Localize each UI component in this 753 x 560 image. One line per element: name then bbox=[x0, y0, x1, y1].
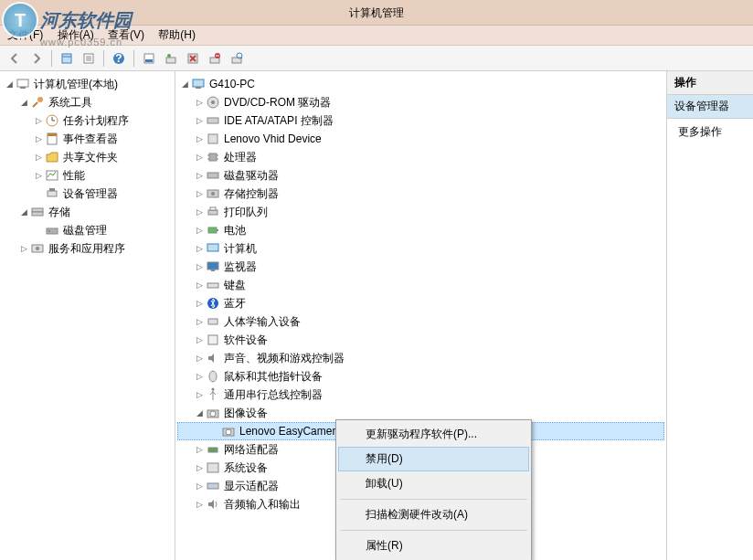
expand-icon[interactable]: ▷ bbox=[33, 133, 44, 144]
properties-button[interactable] bbox=[80, 49, 98, 68]
back-button[interactable] bbox=[5, 49, 24, 68]
menu-disable[interactable]: 禁用(D) bbox=[338, 447, 529, 471]
tree-storage[interactable]: ◢ 存储 bbox=[2, 203, 173, 221]
menu-action[interactable]: 操作(A) bbox=[58, 28, 94, 41]
menu-file[interactable]: 文件(F) bbox=[7, 28, 43, 41]
svg-rect-49 bbox=[207, 173, 218, 178]
help-button[interactable]: ? bbox=[110, 49, 128, 68]
expand-icon[interactable]: ▷ bbox=[194, 261, 205, 272]
expand-icon[interactable]: ▷ bbox=[194, 371, 205, 382]
device-lenovo-vhid[interactable]: ▷Lenovo Vhid Device bbox=[177, 130, 664, 148]
show-hide-tree-button[interactable] bbox=[58, 49, 76, 68]
expand-icon[interactable]: ▷ bbox=[194, 499, 205, 510]
device-monitors[interactable]: ▷监视器 bbox=[177, 258, 664, 276]
device-keyboard[interactable]: ▷键盘 bbox=[177, 276, 664, 294]
expand-icon[interactable]: ▷ bbox=[194, 481, 205, 491]
expand-icon[interactable]: ▷ bbox=[194, 243, 205, 254]
expand-icon[interactable]: ▷ bbox=[194, 188, 205, 199]
menu-uninstall[interactable]: 卸载(U) bbox=[338, 471, 529, 496]
scan-hardware-button[interactable] bbox=[228, 49, 246, 68]
expand-icon[interactable]: ◢ bbox=[4, 79, 15, 90]
device-bluetooth[interactable]: ▷蓝牙 bbox=[177, 294, 664, 312]
tree-event-viewer[interactable]: ▷ 事件查看器 bbox=[2, 130, 173, 148]
svg-text:?: ? bbox=[115, 52, 122, 65]
expand-icon[interactable]: ▷ bbox=[194, 225, 205, 236]
expand-icon[interactable]: ◢ bbox=[18, 97, 29, 108]
device-usb[interactable]: ▷通用串行总线控制器 bbox=[177, 386, 664, 404]
expand-icon[interactable]: ◢ bbox=[18, 206, 29, 217]
device-dvdrom[interactable]: ▷DVD/CD-ROM 驱动器 bbox=[177, 93, 664, 111]
svg-rect-54 bbox=[208, 227, 217, 233]
device-mouse[interactable]: ▷鼠标和其他指针设备 bbox=[177, 367, 664, 386]
tree-performance[interactable]: ▷ 性能 bbox=[2, 166, 173, 185]
svg-point-51 bbox=[211, 192, 215, 195]
expand-icon[interactable]: ▷ bbox=[194, 133, 205, 144]
tree-task-scheduler[interactable]: ▷ 任务计划程序 bbox=[2, 111, 173, 130]
expand-icon[interactable]: ▷ bbox=[18, 243, 29, 254]
device-battery[interactable]: ▷电池 bbox=[177, 221, 664, 239]
svg-rect-59 bbox=[207, 283, 218, 288]
svg-point-35 bbox=[48, 230, 50, 232]
svg-rect-69 bbox=[208, 448, 217, 452]
audio-icon bbox=[206, 351, 220, 365]
tree-shared-folders[interactable]: ▷ 共享文件夹 bbox=[2, 148, 173, 166]
tree-root-computer-mgmt[interactable]: ◢ 计算机管理(本地) bbox=[2, 75, 173, 93]
toolbar: ? bbox=[0, 46, 753, 71]
system-icon bbox=[206, 460, 220, 475]
device-cpu[interactable]: ▷处理器 bbox=[177, 148, 664, 166]
computer-icon bbox=[206, 241, 220, 256]
device-root[interactable]: ◢ G410-PC bbox=[177, 75, 664, 93]
usb-icon bbox=[206, 387, 220, 402]
expand-icon[interactable]: ▷ bbox=[33, 115, 44, 126]
disable-button[interactable] bbox=[206, 49, 224, 68]
hid-icon bbox=[206, 132, 220, 146]
expand-icon[interactable]: ▷ bbox=[194, 316, 205, 327]
menu-update-driver[interactable]: 更新驱动程序软件(P)... bbox=[338, 422, 529, 447]
uninstall-button[interactable] bbox=[184, 49, 202, 68]
expand-icon[interactable]: ▷ bbox=[194, 353, 205, 364]
toolbar-separator bbox=[103, 50, 104, 67]
device-disk-drives[interactable]: ▷磁盘驱动器 bbox=[177, 166, 664, 185]
window-titlebar: 计算机管理 bbox=[0, 0, 753, 26]
device-audio[interactable]: ▷声音、视频和游戏控制器 bbox=[177, 349, 664, 367]
device-print-queues[interactable]: ▷打印队列 bbox=[177, 203, 664, 221]
expand-icon[interactable]: ▷ bbox=[33, 170, 44, 181]
expand-icon[interactable]: ◢ bbox=[179, 79, 190, 90]
device-storage-controllers[interactable]: ▷存储控制器 bbox=[177, 185, 664, 203]
menu-view[interactable]: 查看(V) bbox=[108, 28, 144, 41]
expand-icon[interactable]: ▷ bbox=[194, 334, 205, 345]
expand-icon[interactable]: ▷ bbox=[194, 444, 205, 455]
svg-line-20 bbox=[241, 58, 242, 58]
expand-icon[interactable]: ▷ bbox=[33, 152, 44, 163]
menu-properties[interactable]: 属性(R) bbox=[338, 534, 529, 558]
bluetooth-icon bbox=[206, 296, 220, 311]
device-computer[interactable]: ▷计算机 bbox=[177, 239, 664, 258]
tree-system-tools[interactable]: ◢ 系统工具 bbox=[2, 93, 173, 111]
tree-device-manager[interactable]: ▷ 设备管理器 bbox=[2, 185, 173, 203]
device-ide[interactable]: ▷IDE ATA/ATAPI 控制器 bbox=[177, 111, 664, 130]
tree-services-apps[interactable]: ▷ 服务和应用程序 bbox=[2, 239, 173, 258]
expand-icon[interactable]: ▷ bbox=[194, 152, 205, 163]
more-actions-link[interactable]: 更多操作 bbox=[667, 119, 753, 145]
expand-icon[interactable]: ◢ bbox=[194, 407, 205, 418]
menu-scan-hardware[interactable]: 扫描检测硬件改动(A) bbox=[338, 502, 529, 527]
forward-button[interactable] bbox=[27, 49, 46, 68]
refresh-button[interactable] bbox=[140, 49, 158, 68]
expand-icon[interactable]: ▷ bbox=[194, 115, 205, 126]
camera-icon bbox=[221, 424, 236, 438]
device-software[interactable]: ▷软件设备 bbox=[177, 331, 664, 349]
toolbar-separator bbox=[133, 50, 134, 67]
expand-icon[interactable]: ▷ bbox=[194, 170, 205, 181]
expand-icon[interactable]: ▷ bbox=[194, 206, 205, 217]
svg-rect-71 bbox=[207, 483, 218, 489]
expand-icon[interactable]: ▷ bbox=[194, 462, 205, 473]
expand-icon[interactable]: ▷ bbox=[194, 280, 205, 291]
expand-icon[interactable]: ▷ bbox=[194, 389, 205, 400]
expand-icon[interactable]: ▷ bbox=[194, 298, 205, 309]
services-icon bbox=[30, 241, 45, 256]
tree-disk-management[interactable]: ▷ 磁盘管理 bbox=[2, 221, 173, 239]
expand-icon[interactable]: ▷ bbox=[194, 97, 205, 108]
update-driver-button[interactable] bbox=[162, 49, 180, 68]
menu-help[interactable]: 帮助(H) bbox=[158, 28, 196, 41]
device-hid[interactable]: ▷人体学输入设备 bbox=[177, 312, 664, 331]
